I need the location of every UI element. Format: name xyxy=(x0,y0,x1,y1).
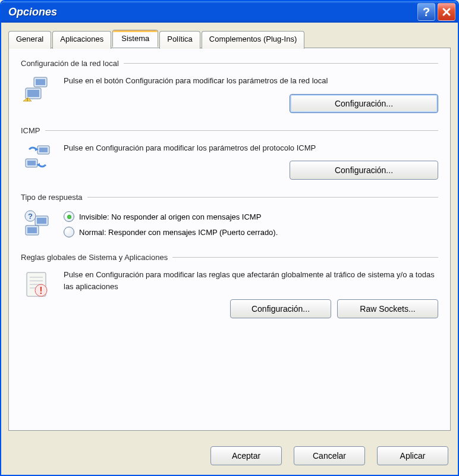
svg-text:?: ? xyxy=(28,212,33,221)
tab-complementos[interactable]: Complementos (Plug-Ins) xyxy=(202,31,304,49)
group-global-desc: Pulse en Configuración para modificar la… xyxy=(64,269,438,292)
group-network-title: Configuración de la red local xyxy=(21,59,124,68)
question-computers-icon: ? xyxy=(22,209,53,240)
svg-text:!: ! xyxy=(39,286,42,296)
close-button[interactable] xyxy=(438,3,455,21)
svg-rect-3 xyxy=(27,90,39,97)
svg-rect-15 xyxy=(27,227,37,233)
close-icon xyxy=(442,7,451,17)
group-icmp-title: ICMP xyxy=(21,126,45,135)
content-area: General Aplicaciones Sistema Política Co… xyxy=(1,23,458,438)
radio-normal-indicator xyxy=(64,227,74,237)
network-computers-icon: ! xyxy=(22,75,53,106)
svg-rect-7 xyxy=(39,148,48,152)
radio-normal[interactable]: Normal: Responder con mensajes ICMP (Pue… xyxy=(64,227,438,237)
help-button[interactable]: ? xyxy=(417,3,435,21)
svg-rect-13 xyxy=(37,218,46,224)
group-icmp-desc: Pulse en Configuración para modificar lo… xyxy=(64,142,438,154)
svg-rect-9 xyxy=(27,161,36,165)
radio-invisible-label: Invisible: No responder al origen con me… xyxy=(79,212,261,221)
titlebar[interactable]: Opciones ? xyxy=(1,1,458,23)
group-network: Configuración de la red local ! xyxy=(21,59,438,113)
global-config-button[interactable]: Configuración... xyxy=(230,299,331,318)
group-response-title: Tipo de respuesta xyxy=(21,193,87,202)
rules-warning-icon: ! xyxy=(22,269,53,300)
tab-aplicaciones[interactable]: Aplicaciones xyxy=(52,31,111,49)
radio-invisible-indicator xyxy=(64,211,74,222)
svg-text:!: ! xyxy=(27,97,28,102)
tab-strip: General Aplicaciones Sistema Política Co… xyxy=(8,31,451,49)
accept-button[interactable]: Aceptar xyxy=(210,446,282,465)
group-network-desc: Pulse en el botón Configuración para mod… xyxy=(64,75,438,87)
group-response: Tipo de respuesta ? xyxy=(21,193,438,240)
group-global-title: Reglas globales de Sistema y Aplicacione… xyxy=(21,253,172,262)
icmp-config-button[interactable]: Configuración... xyxy=(290,161,438,180)
group-global: Reglas globales de Sistema y Aplicacione… xyxy=(21,253,438,318)
tab-general[interactable]: General xyxy=(8,31,51,49)
apply-button[interactable]: Aplicar xyxy=(377,446,448,465)
window-title: Opciones xyxy=(8,6,415,18)
options-window: Opciones ? General Aplicaciones Sistema … xyxy=(0,0,459,476)
icmp-sync-icon xyxy=(22,142,53,173)
raw-sockets-button[interactable]: Raw Sockets... xyxy=(337,299,438,318)
radio-invisible[interactable]: Invisible: No responder al origen con me… xyxy=(64,211,438,222)
tab-sistema[interactable]: Sistema xyxy=(112,30,158,48)
group-icmp: ICMP xyxy=(21,126,438,180)
tab-panel-sistema: Configuración de la red local ! xyxy=(8,48,451,431)
svg-rect-1 xyxy=(36,79,45,85)
cancel-button[interactable]: Cancelar xyxy=(294,446,365,465)
dialog-footer: Aceptar Cancelar Aplicar xyxy=(1,438,458,475)
radio-normal-label: Normal: Responder con mensajes ICMP (Pue… xyxy=(79,228,278,237)
tab-politica[interactable]: Política xyxy=(159,31,200,49)
network-config-button[interactable]: Configuración... xyxy=(290,94,438,113)
